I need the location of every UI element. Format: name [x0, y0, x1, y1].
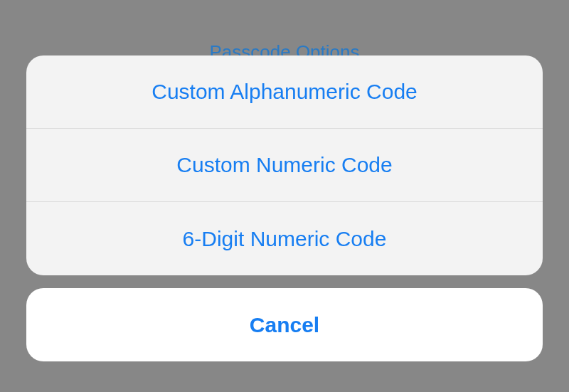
- option-alphanumeric-code[interactable]: Custom Alphanumeric Code: [26, 55, 543, 129]
- option-six-digit-numeric-code[interactable]: 6-Digit Numeric Code: [26, 202, 543, 275]
- option-label: Custom Numeric Code: [176, 153, 392, 177]
- option-custom-numeric-code[interactable]: Custom Numeric Code: [26, 129, 543, 202]
- cancel-label: Cancel: [250, 313, 319, 337]
- option-label: 6-Digit Numeric Code: [183, 227, 387, 251]
- action-sheet: Custom Alphanumeric Code Custom Numeric …: [26, 55, 543, 361]
- options-group: Custom Alphanumeric Code Custom Numeric …: [26, 55, 543, 275]
- option-label: Custom Alphanumeric Code: [151, 80, 418, 104]
- cancel-button[interactable]: Cancel: [26, 288, 543, 361]
